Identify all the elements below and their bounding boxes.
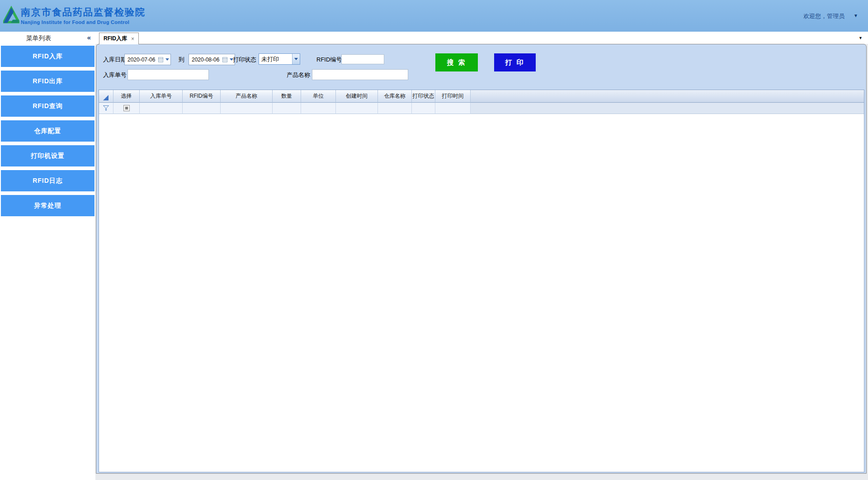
grid-filter-filler (471, 103, 864, 114)
calendar-icon[interactable] (158, 57, 163, 62)
filter-select-cell (113, 103, 140, 114)
column-header-warehouse[interactable]: 仓库名称 (378, 90, 412, 103)
sidebar-item-exception-handling[interactable]: 异常处理 (1, 195, 94, 216)
filter-cell[interactable] (435, 103, 471, 114)
inbound-date-label: 入库日期 (103, 56, 127, 64)
org-title-zh: 南京市食品药品监督检验院 (21, 6, 146, 19)
column-header-quantity[interactable]: 数量 (273, 90, 301, 103)
filter-cell[interactable] (336, 103, 378, 114)
checkbox-fill (125, 107, 128, 109)
chevron-down-icon (294, 58, 298, 60)
sidebar-item-rfid-log[interactable]: RFID日志 (1, 170, 94, 191)
column-header-inbound-no[interactable]: 入库单号 (140, 90, 183, 103)
institute-logo-icon (3, 5, 19, 25)
sidebar-collapse-icon[interactable]: « (87, 33, 91, 41)
inbound-no-input[interactable] (127, 69, 209, 80)
filter-icon-cell (99, 103, 113, 114)
filter-cell[interactable] (221, 103, 273, 114)
brand-titles: 南京市食品药品监督检验院 Nanjing Institute for Food … (21, 6, 146, 25)
tab-close-icon[interactable]: × (131, 36, 134, 42)
sidebar-item-rfid-outbound[interactable]: RFID出库 (1, 71, 94, 92)
filter-funnel-icon[interactable] (103, 105, 109, 111)
tab-overflow-arrow-icon[interactable]: ▼ (859, 36, 863, 40)
inbound-no-label: 入库单号 (103, 71, 127, 79)
rfid-no-label: RFID编号 (316, 56, 342, 64)
grid-header-filler (471, 90, 864, 103)
select-checkbox[interactable] (123, 105, 130, 111)
sidebar-item-rfid-query[interactable]: RFID查询 (1, 95, 94, 117)
select-all-corner-icon[interactable] (103, 95, 108, 100)
org-title-en: Nanjing Institute for Food and Drug Cont… (21, 19, 146, 25)
column-header-rfid-no[interactable]: RFID编号 (183, 90, 221, 103)
product-name-label: 产品名称 (287, 71, 310, 79)
filter-cell[interactable] (183, 103, 221, 114)
filter-cell[interactable] (412, 103, 435, 114)
sidebar: 菜单列表 « RFID入库 RFID出库 RFID查询 仓库配置 打印机设置 R… (0, 32, 95, 480)
rfid-no-input[interactable] (341, 54, 384, 64)
column-header-product-name[interactable]: 产品名称 (221, 90, 273, 103)
column-header-create-time[interactable]: 创建时间 (336, 90, 378, 103)
search-button[interactable]: 搜 索 (435, 53, 478, 71)
column-header-print-status[interactable]: 打印状态 (412, 90, 435, 103)
print-status-value: 未打印 (259, 55, 292, 63)
inbound-data-grid: 选择 入库单号 RFID编号 产品名称 数量 单位 创建时间 仓库名称 打印状态… (99, 90, 864, 472)
user-menu-arrow-icon[interactable]: ▼ (854, 13, 858, 18)
sidebar-header: 菜单列表 « (0, 32, 95, 44)
filter-cell[interactable] (140, 103, 183, 114)
rfid-inbound-panel: 入库日期 到 打印状态 未打印 RFID编号 搜 索 打 印 入库单号 (96, 44, 867, 474)
date-from-input[interactable] (127, 57, 157, 63)
app-header: 南京市食品药品监督检验院 Nanjing Institute for Food … (0, 0, 868, 32)
grid-body-empty (99, 114, 864, 472)
sidebar-item-rfid-inbound[interactable]: RFID入库 (1, 46, 94, 67)
grid-header-row: 选择 入库单号 RFID编号 产品名称 数量 单位 创建时间 仓库名称 打印状态… (99, 90, 864, 103)
column-header-print-time[interactable]: 打印时间 (435, 90, 471, 103)
print-status-label: 打印状态 (233, 56, 256, 64)
select-dropdown-button[interactable] (292, 54, 300, 64)
filter-cell[interactable] (301, 103, 336, 114)
filter-cell[interactable] (273, 103, 301, 114)
grid-corner-cell (99, 90, 113, 103)
calendar-icon[interactable] (222, 57, 227, 62)
tab-rfid-inbound[interactable]: RFID入库 × (99, 33, 139, 44)
welcome-user-text: 欢迎您，管理员 (803, 12, 844, 20)
tab-bar: RFID入库 × ▼ (95, 32, 868, 44)
column-header-unit[interactable]: 单位 (301, 90, 336, 103)
date-to-input[interactable] (192, 57, 222, 63)
product-name-input[interactable] (312, 69, 408, 80)
date-from-dropdown-icon[interactable] (165, 58, 169, 61)
to-label: 到 (179, 56, 184, 64)
print-button[interactable]: 打 印 (494, 53, 536, 71)
date-to-picker[interactable] (189, 54, 235, 65)
sidebar-title: 菜单列表 (0, 34, 77, 43)
column-header-select[interactable]: 选择 (113, 90, 140, 103)
sidebar-item-warehouse-config[interactable]: 仓库配置 (1, 120, 94, 142)
filter-cell[interactable] (378, 103, 412, 114)
tab-label: RFID入库 (104, 35, 127, 43)
grid-filter-row (99, 103, 864, 114)
date-from-picker[interactable] (124, 54, 171, 65)
sidebar-item-printer-settings[interactable]: 打印机设置 (1, 145, 94, 166)
print-status-select[interactable]: 未打印 (259, 53, 300, 65)
